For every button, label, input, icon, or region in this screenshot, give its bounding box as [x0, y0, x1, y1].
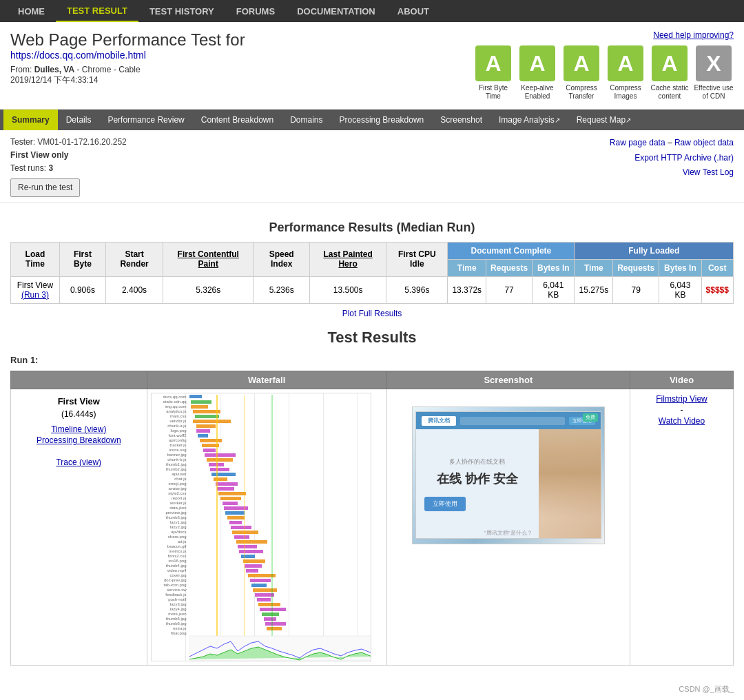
th-load-time: Load Time — [11, 242, 60, 276]
run-table: Waterfall Screenshot Video First View (1… — [10, 371, 734, 666]
export-http-link[interactable]: Export HTTP Archive (.har) — [634, 153, 734, 163]
grade-letter-cache-static: A — [652, 45, 688, 81]
grade-boxes: A First Byte Time A Keep-alive Enabled A… — [473, 45, 734, 101]
svg-rect-37 — [248, 574, 276, 577]
run1-view-label: First View — [18, 396, 140, 406]
svg-rect-48 — [267, 627, 282, 630]
grade-letter-keepalive: A — [519, 45, 555, 81]
test-runs-value: 3 — [48, 163, 53, 173]
nav-forums[interactable]: FORUMS — [225, 0, 286, 22]
th-run-info — [11, 371, 147, 389]
svg-rect-39 — [251, 584, 267, 587]
th-first-byte: First Byte — [59, 242, 105, 276]
tab-summary[interactable]: Summary — [3, 110, 58, 130]
waterfall-chart[interactable]: docs.qq.com static.cdn.qq img.qq.com ana… — [151, 393, 371, 661]
th-screenshot: Screenshot — [386, 371, 630, 389]
svg-rect-18 — [216, 482, 238, 486]
th-doc-bytes: Bytes In — [533, 259, 575, 276]
page-title: Web Page Performance Test for — [10, 30, 245, 50]
rerun-button[interactable]: Re-run the test — [10, 178, 80, 197]
svg-rect-15 — [210, 468, 229, 471]
help-link[interactable]: Need help improving? — [653, 30, 734, 40]
th-last-painted-hero[interactable]: Last Painted Hero — [309, 242, 386, 276]
svg-rect-22 — [223, 502, 238, 505]
svg-rect-2 — [191, 405, 208, 409]
th-doc-complete: Document Complete — [448, 242, 575, 259]
th-first-contentful-paint[interactable]: First Contentful Paint — [163, 242, 254, 276]
tab-performance-review[interactable]: Performance Review — [99, 110, 192, 130]
svg-rect-9 — [200, 439, 222, 442]
row-first-cpu-idle: 5.396s — [386, 276, 448, 303]
watch-video-link[interactable]: Watch Video — [634, 416, 730, 426]
run-link[interactable]: (Run 3) — [21, 290, 49, 300]
tab-details[interactable]: Details — [58, 110, 100, 130]
processing-breakdown-link[interactable]: Processing Breakdown — [18, 435, 140, 445]
run1-row: First View (16.444s) Timeline (view) Pro… — [11, 389, 734, 665]
performance-results-title: Performance Results (Median Run) — [10, 220, 734, 235]
nav-home[interactable]: HOME — [7, 0, 56, 22]
grade-label-first-byte-time: First Byte Time — [473, 84, 513, 101]
tab-processing-breakdown[interactable]: Processing Breakdown — [331, 110, 433, 130]
test-url-link[interactable]: https://docs.qq.com/mobile.html — [10, 50, 146, 61]
grade-first-byte-time: A First Byte Time — [473, 45, 513, 101]
th-doc-requests: Requests — [486, 259, 533, 276]
svg-rect-29 — [234, 535, 249, 539]
svg-rect-41 — [255, 593, 274, 597]
plot-link: Plot Full Results — [10, 308, 734, 318]
timeline-link[interactable]: Timeline (view) — [18, 424, 140, 434]
grade-label-keepalive: Keep-alive Enabled — [517, 84, 557, 101]
filmstrip-view-link[interactable]: Filmstrip View — [634, 394, 730, 404]
row-last-painted-hero: 13.500s — [309, 276, 386, 303]
th-start-render: Start Render — [106, 242, 163, 276]
waterfall-cell: docs.qq.com static.cdn.qq img.qq.com ana… — [147, 389, 386, 665]
run1-view-time: (16.444s) — [18, 409, 140, 419]
tab-domains[interactable]: Domains — [282, 110, 331, 130]
grade-label-compress-transfer: Compress Transfer — [561, 84, 601, 101]
table-row: First View (Run 3) 0.906s 2.400s 5.326s … — [11, 276, 734, 303]
grade-label-cdn: Effective use of CDN — [694, 84, 734, 101]
test-results-title: Test Results — [10, 329, 734, 347]
svg-rect-47 — [265, 622, 286, 626]
svg-rect-33 — [241, 555, 255, 558]
trace-link[interactable]: Trace (view) — [18, 457, 140, 467]
tab-screenshot[interactable]: Screenshot — [432, 110, 490, 130]
raw-page-data-link[interactable]: Raw page data — [610, 138, 665, 147]
svg-rect-28 — [232, 531, 258, 534]
row-start-render: 2.400s — [106, 276, 163, 303]
nav-test-history[interactable]: TEST HISTORY — [138, 0, 225, 22]
grade-cdn: X Effective use of CDN — [694, 45, 734, 101]
header-left: Web Page Performance Test for https://do… — [10, 30, 245, 86]
grade-label-compress-images: Compress Images — [606, 84, 645, 101]
results-table: Load Time First Byte Start Render First … — [10, 242, 734, 304]
view-test-log-link[interactable]: View Test Log — [683, 167, 734, 177]
tab-image-analysis[interactable]: Image Analysis — [490, 110, 568, 130]
svg-rect-42 — [257, 598, 271, 601]
view-type: First View only — [10, 150, 68, 160]
run-info-cell: First View (16.444s) Timeline (view) Pro… — [11, 389, 147, 665]
row-label: First View (Run 3) — [11, 276, 60, 303]
nav-about[interactable]: ABOUT — [386, 0, 440, 22]
nav-test-result[interactable]: TEST RESULT — [56, 0, 138, 22]
row-fully-time: 15.275s — [575, 276, 613, 303]
video-dash: - — [681, 405, 683, 415]
th-fully-bytes: Bytes In — [659, 259, 701, 276]
svg-rect-38 — [250, 579, 271, 582]
svg-rect-19 — [217, 487, 234, 491]
run-label: Run 1: — [10, 355, 734, 365]
th-speed-index: Speed Index — [254, 242, 310, 276]
svg-rect-43 — [258, 603, 280, 606]
infobar: Tester: VM01-01-172.16.20.252 First View… — [0, 130, 744, 203]
nav-documentation[interactable]: DOCUMENTATION — [286, 0, 386, 22]
raw-object-data-link[interactable]: Raw object data — [674, 138, 734, 147]
svg-rect-26 — [229, 521, 242, 524]
grade-compress-transfer: A Compress Transfer — [561, 45, 601, 101]
svg-rect-12 — [205, 453, 236, 457]
svg-rect-30 — [236, 540, 267, 544]
plot-full-results-link[interactable]: Plot Full Results — [342, 309, 402, 318]
infobar-right: Raw page data – Raw object data Export H… — [610, 136, 734, 197]
tester-value: VM01-01-172.16.20.252 — [37, 137, 126, 147]
tab-request-map[interactable]: Request Map — [568, 110, 639, 130]
svg-rect-17 — [214, 477, 227, 481]
svg-rect-24 — [225, 511, 245, 515]
tab-content-breakdown[interactable]: Content Breakdown — [193, 110, 282, 130]
